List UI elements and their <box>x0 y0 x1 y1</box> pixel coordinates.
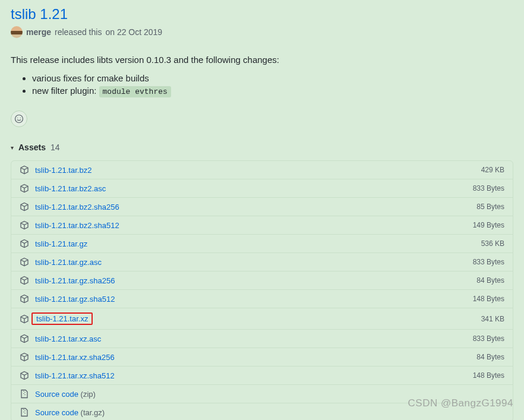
asset-link[interactable]: tslib-1.21.tar.bz2.sha512 <box>35 221 119 230</box>
asset-link[interactable]: tslib-1.21.tar.xz.sha512 <box>35 371 115 380</box>
asset-suffix: (tar.gz) <box>78 408 105 417</box>
asset-size: 833 Bytes <box>473 334 504 343</box>
smiley-icon <box>14 114 24 124</box>
asset-link[interactable]: tslib-1.21.tar.gz.sha256 <box>35 276 115 285</box>
package-icon <box>20 294 30 304</box>
asset-size: 536 KB <box>481 239 504 248</box>
released-text: released this <box>55 27 102 37</box>
asset-name[interactable]: tslib-1.21.tar.bz2.asc <box>35 184 473 193</box>
asset-name[interactable]: tslib-1.21.tar.xz <box>35 312 481 325</box>
changelog-item: new filter plugin: module evthres <box>32 86 513 96</box>
author-avatar[interactable] <box>11 26 23 38</box>
asset-name[interactable]: tslib-1.21.tar.xz.sha256 <box>35 353 476 362</box>
asset-suffix: (zip) <box>78 390 96 399</box>
asset-list: tslib-1.21.tar.bz2429 KBtslib-1.21.tar.b… <box>11 160 513 420</box>
asset-size: 85 Bytes <box>476 203 504 211</box>
changelog-text: new filter plugin: <box>32 86 99 96</box>
svg-point-2 <box>20 118 21 118</box>
package-icon <box>20 352 30 362</box>
package-icon <box>20 184 30 193</box>
asset-link[interactable]: tslib-1.21.tar.bz2.asc <box>35 184 106 193</box>
release-meta: merge released this on 22 Oct 2019 <box>11 26 513 38</box>
changelog-list: various fixes for cmake buildsnew filter… <box>11 73 513 96</box>
asset-name[interactable]: tslib-1.21.tar.gz.asc <box>35 258 473 267</box>
author-name[interactable]: merge <box>26 27 51 37</box>
asset-link[interactable]: Source code <box>35 408 78 417</box>
asset-name[interactable]: Source code (zip) <box>35 390 504 399</box>
package-icon <box>20 371 30 380</box>
asset-name[interactable]: tslib-1.21.tar.xz.sha512 <box>35 371 473 380</box>
asset-size: 833 Bytes <box>473 184 504 192</box>
release-intro: This release includes libts version 0.10… <box>11 55 513 65</box>
asset-link[interactable]: Source code <box>35 390 78 399</box>
asset-row: tslib-1.21.tar.gz.sha25684 Bytes <box>11 271 513 289</box>
asset-size: 148 Bytes <box>473 295 504 303</box>
asset-link[interactable]: tslib-1.21.tar.gz.asc <box>35 258 102 267</box>
asset-name[interactable]: tslib-1.21.tar.bz2 <box>35 166 481 175</box>
release-date: on 22 Oct 2019 <box>105 27 162 37</box>
asset-link[interactable]: tslib-1.21.tar.gz <box>35 239 87 248</box>
caret-down-icon: ▾ <box>11 144 14 151</box>
asset-row: tslib-1.21.tar.gz536 KB <box>11 234 513 252</box>
package-icon <box>20 314 30 324</box>
asset-size: 148 Bytes <box>473 371 504 380</box>
asset-size: 84 Bytes <box>476 276 504 285</box>
asset-row: tslib-1.21.tar.xz.asc833 Bytes <box>11 329 513 348</box>
asset-row: tslib-1.21.tar.xz.sha25684 Bytes <box>11 348 513 366</box>
assets-label: Assets <box>18 143 46 152</box>
asset-link[interactable]: tslib-1.21.tar.xz <box>36 314 88 323</box>
package-icon <box>20 220 30 230</box>
package-icon <box>20 257 30 267</box>
changelog-text: various fixes for cmake builds <box>32 73 149 83</box>
zip-icon <box>20 408 30 417</box>
asset-name[interactable]: tslib-1.21.tar.gz.sha512 <box>35 295 473 304</box>
asset-size: 341 KB <box>481 315 504 323</box>
asset-link[interactable]: tslib-1.21.tar.xz.asc <box>35 334 101 343</box>
asset-row: tslib-1.21.tar.bz2.sha25685 Bytes <box>11 197 513 216</box>
asset-name[interactable]: tslib-1.21.tar.bz2.sha256 <box>35 203 476 211</box>
asset-size: 149 Bytes <box>473 221 504 229</box>
asset-row: Source code (zip) <box>11 384 513 403</box>
zip-icon <box>20 389 30 399</box>
asset-name[interactable]: tslib-1.21.tar.gz.sha256 <box>35 276 476 285</box>
package-icon <box>20 165 30 175</box>
release-body: This release includes libts version 0.10… <box>11 55 513 96</box>
asset-row: tslib-1.21.tar.bz2429 KB <box>11 161 513 179</box>
asset-row: tslib-1.21.tar.gz.asc833 Bytes <box>11 252 513 271</box>
asset-size: 429 KB <box>481 166 504 174</box>
package-icon <box>20 202 30 211</box>
svg-point-1 <box>17 118 18 118</box>
inline-code: module evthres <box>99 86 171 97</box>
assets-count: 14 <box>50 143 60 152</box>
asset-row: tslib-1.21.tar.xz341 KB <box>11 308 513 329</box>
asset-name[interactable]: tslib-1.21.tar.bz2.sha512 <box>35 221 473 230</box>
asset-row: tslib-1.21.tar.bz2.asc833 Bytes <box>11 179 513 197</box>
changelog-item: various fixes for cmake builds <box>32 73 513 83</box>
asset-link[interactable]: tslib-1.21.tar.gz.sha512 <box>35 295 115 304</box>
highlighted-asset[interactable]: tslib-1.21.tar.xz <box>31 312 93 325</box>
asset-size: 833 Bytes <box>473 258 504 266</box>
asset-link[interactable]: tslib-1.21.tar.xz.sha256 <box>35 353 115 362</box>
asset-size: 84 Bytes <box>476 353 504 361</box>
asset-name[interactable]: Source code (tar.gz) <box>35 408 504 417</box>
asset-row: Source code (tar.gz) <box>11 403 513 420</box>
asset-name[interactable]: tslib-1.21.tar.xz.asc <box>35 334 473 343</box>
asset-name[interactable]: tslib-1.21.tar.gz <box>35 239 481 248</box>
asset-link[interactable]: tslib-1.21.tar.bz2 <box>35 166 91 175</box>
package-icon <box>20 334 30 343</box>
asset-row: tslib-1.21.tar.xz.sha512148 Bytes <box>11 366 513 384</box>
asset-link[interactable]: tslib-1.21.tar.bz2.sha256 <box>35 203 119 211</box>
svg-point-0 <box>15 115 23 123</box>
release-title[interactable]: tslib 1.21 <box>11 6 513 23</box>
assets-toggle[interactable]: ▾ Assets 14 <box>11 143 513 152</box>
asset-row: tslib-1.21.tar.gz.sha512148 Bytes <box>11 289 513 308</box>
package-icon <box>20 276 30 285</box>
asset-row: tslib-1.21.tar.bz2.sha512149 Bytes <box>11 216 513 234</box>
add-reaction-button[interactable] <box>11 110 27 127</box>
package-icon <box>20 239 30 248</box>
